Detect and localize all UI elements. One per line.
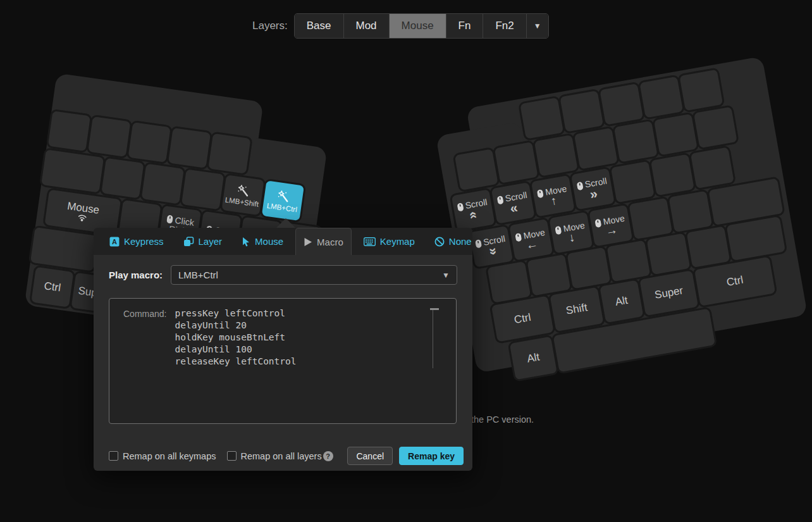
tab-mouse[interactable]: Mouse	[234, 228, 291, 255]
key-lmb-shift[interactable]: LMB+Shift	[221, 175, 264, 215]
command-scrollbar-thumb[interactable]	[430, 308, 439, 310]
key-blank[interactable]	[611, 161, 655, 203]
key-label: Shift	[565, 302, 589, 317]
key-blank[interactable]	[142, 164, 184, 204]
macro-select-dropdown[interactable]: LMB+Ctrl ▼	[171, 265, 457, 285]
key-move[interactable]: Move↑	[531, 175, 575, 217]
key-label: Alt	[526, 351, 541, 365]
key-blank[interactable]	[607, 240, 651, 282]
checkbox-label: Remap on all layers	[241, 451, 322, 461]
macro-select-value: LMB+Ctrl	[178, 270, 218, 280]
key-move[interactable]: Move←	[509, 219, 553, 261]
dialog-body: Play macro: LMB+Ctrl ▼ Command: pressKey…	[94, 255, 472, 424]
chev-down-icon: «	[486, 247, 498, 256]
layer-button-mod[interactable]: Mod	[344, 14, 390, 38]
tab-label: None	[449, 236, 472, 247]
tab-macro[interactable]: Macro	[295, 228, 352, 255]
key-blank[interactable]	[455, 149, 498, 190]
checkbox-remap-on-all-layers[interactable]: Remap on all layers?	[227, 451, 333, 461]
key-move[interactable]: Move↓	[549, 212, 593, 254]
key-ctrl[interactable]: Ctrl	[31, 267, 73, 308]
macro-command-text[interactable]: pressKey leftControl delayUntil 20 holdK…	[175, 308, 296, 368]
tab-none[interactable]: None	[427, 228, 479, 255]
key-blank[interactable]	[629, 198, 672, 240]
layer-button-fn[interactable]: Fn	[446, 14, 484, 38]
layers-icon	[183, 237, 194, 247]
key-blank[interactable]	[639, 77, 683, 118]
dialog-footer: Remap on all keymapsRemap on all layers?…	[109, 447, 464, 465]
key-blank[interactable]	[694, 107, 737, 149]
key-scroll[interactable]: Scroll«	[491, 182, 535, 224]
key-blank[interactable]	[208, 134, 250, 174]
play-macro-label: Play macro:	[109, 270, 171, 280]
key-blank[interactable]	[647, 233, 691, 275]
mouse-icon	[576, 181, 584, 191]
key-blank[interactable]	[101, 158, 144, 199]
play-icon	[304, 237, 312, 247]
key-alt[interactable]: Alt	[510, 337, 557, 380]
key-blank[interactable]	[534, 135, 578, 177]
layer-button-mouse[interactable]: Mouse	[390, 14, 446, 38]
key-blank[interactable]	[168, 128, 211, 168]
key-blank[interactable]	[560, 90, 603, 132]
key-move[interactable]: Move→	[589, 205, 632, 247]
layer-button-base[interactable]: Base	[295, 14, 344, 38]
checkbox-box[interactable]	[109, 451, 118, 461]
wand-icon	[276, 189, 292, 205]
key-blank[interactable]	[495, 142, 538, 183]
arrow-down-icon: ↓	[568, 232, 575, 242]
key-blank[interactable]	[181, 169, 224, 209]
help-icon[interactable]: ?	[323, 451, 333, 461]
key-blank[interactable]	[614, 121, 658, 163]
remap-key-button[interactable]: Remap key	[399, 447, 464, 465]
key-lmb-ctrl[interactable]: LMB+Ctrl	[262, 180, 304, 221]
tab-layer[interactable]: Layer	[176, 228, 230, 255]
key-scroll[interactable]: Scroll»	[571, 168, 615, 210]
key-blank[interactable]	[651, 154, 694, 196]
key-blank[interactable]	[88, 116, 130, 157]
key-blank[interactable]	[48, 111, 90, 151]
arrow-up-icon: ↑	[550, 196, 558, 205]
key-label: Super	[654, 285, 684, 301]
key-blank[interactable]	[527, 254, 570, 296]
key-blank[interactable]	[574, 128, 618, 170]
layer-dropdown-caret[interactable]: ▼	[527, 14, 548, 38]
tab-label: Keymap	[380, 236, 415, 247]
remap-key-dialog: AKeypressLayerMouseMacroKeymapNone Play …	[94, 228, 472, 471]
checkbox-label: Remap on all keymaps	[123, 451, 216, 461]
dialog-tab-strip: AKeypressLayerMouseMacroKeymapNone	[94, 228, 472, 255]
command-scrollbar-track[interactable]	[433, 308, 433, 368]
arrow-right-icon: →	[605, 225, 618, 235]
key-blank[interactable]	[687, 227, 730, 268]
key-blank[interactable]	[668, 191, 712, 233]
key-blank[interactable]	[654, 114, 698, 156]
tab-keymap[interactable]: Keymap	[356, 228, 422, 255]
tab-label: Keypress	[124, 236, 164, 247]
cancel-button[interactable]: Cancel	[347, 447, 393, 465]
mouse-icon	[555, 225, 562, 235]
checkbox-box[interactable]	[227, 451, 237, 461]
mouse-icon	[457, 202, 464, 213]
wand-icon	[235, 183, 251, 199]
key-alt[interactable]: Alt	[600, 280, 643, 323]
tab-keypress[interactable]: AKeypress	[102, 228, 171, 255]
macro-command-editor[interactable]: Command: pressKey leftControl delayUntil…	[109, 298, 457, 424]
key-blank[interactable]	[567, 247, 610, 289]
keyboard-icon	[364, 237, 376, 246]
key-blank[interactable]	[128, 122, 171, 163]
svg-text:A: A	[112, 238, 117, 245]
key-scroll[interactable]: Scroll«	[452, 189, 495, 231]
key-blank[interactable]	[679, 70, 723, 111]
key-blank[interactable]	[600, 84, 643, 125]
checkbox-remap-on-all-keymaps[interactable]: Remap on all keymaps	[109, 451, 216, 461]
key-blank[interactable]	[520, 97, 563, 139]
layers-toolbar: Layers: BaseModMouseFnFn2▼	[252, 13, 549, 39]
caret-down-icon: ▼	[442, 271, 450, 280]
play-macro-row: Play macro: LMB+Ctrl ▼	[109, 265, 457, 285]
layer-button-fn2[interactable]: Fn2	[483, 14, 526, 38]
chev-up-icon: «	[469, 210, 480, 219]
key-blank[interactable]	[487, 261, 531, 303]
tab-label: Macro	[317, 237, 343, 247]
key-blank[interactable]	[691, 147, 734, 189]
key-label: Scroll	[483, 234, 506, 247]
